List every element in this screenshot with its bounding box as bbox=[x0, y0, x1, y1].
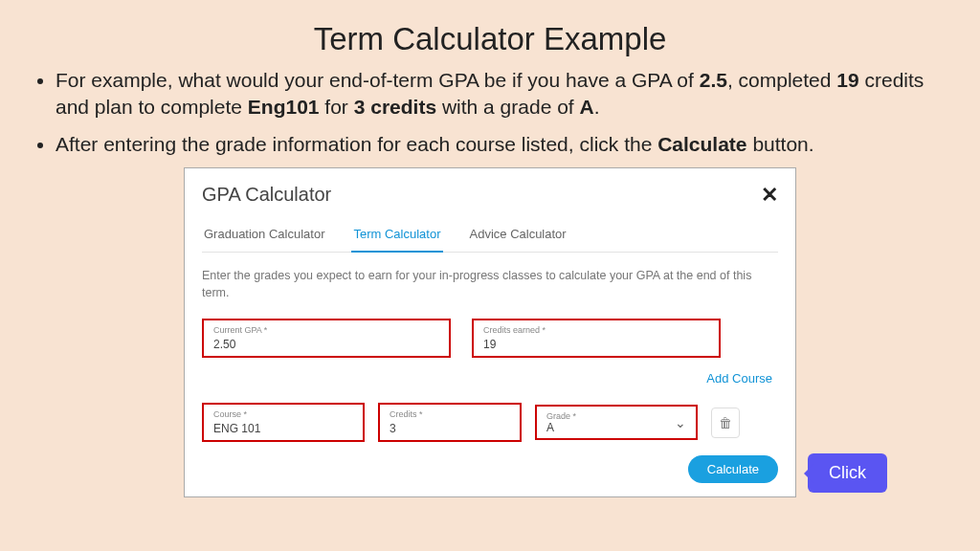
gpa-value: 2.5 bbox=[700, 69, 727, 91]
credits-earned-input[interactable] bbox=[483, 338, 709, 351]
credits-value: 19 bbox=[836, 69, 858, 91]
tab-advice-calculator[interactable]: Advice Calculator bbox=[468, 219, 568, 252]
instructions-text: Enter the grades you expect to earn for … bbox=[202, 268, 778, 301]
add-course-link[interactable]: Add Course bbox=[202, 371, 772, 386]
credits-label: Credits * bbox=[390, 409, 510, 419]
grade-label: Grade * bbox=[546, 411, 675, 421]
text: for bbox=[320, 96, 354, 118]
grade-select-value: A bbox=[546, 421, 675, 434]
text: After entering the grade information for… bbox=[56, 133, 657, 155]
course-input[interactable] bbox=[213, 422, 353, 435]
bullet-list: For example, what would your end-of-term… bbox=[0, 57, 980, 158]
current-gpa-input[interactable] bbox=[213, 338, 439, 351]
gpa-calculator-panel: GPA Calculator ✕ Graduation Calculator T… bbox=[184, 167, 796, 497]
current-gpa-label: Current GPA * bbox=[213, 325, 439, 335]
trash-icon: 🗑 bbox=[719, 415, 732, 430]
slide-title: Term Calculator Example bbox=[0, 0, 980, 57]
calculate-button[interactable]: Calculate bbox=[688, 455, 778, 483]
text: with a grade of bbox=[436, 96, 579, 118]
text: For example, what would your end-of-term… bbox=[56, 69, 700, 91]
text: . bbox=[594, 96, 600, 118]
text: , completed bbox=[727, 69, 836, 91]
current-gpa-field[interactable]: Current GPA * bbox=[202, 319, 451, 358]
bullet-2: After entering the grade information for… bbox=[56, 131, 940, 158]
grade-field[interactable]: Grade * A ⌄ bbox=[535, 405, 698, 440]
calculate-word: Calculate bbox=[657, 133, 746, 155]
tab-bar: Graduation Calculator Term Calculator Ad… bbox=[202, 219, 778, 253]
delete-row-button[interactable]: 🗑 bbox=[711, 408, 740, 438]
bullet-1: For example, what would your end-of-term… bbox=[56, 67, 940, 121]
credits-input[interactable] bbox=[390, 422, 510, 435]
chevron-down-icon: ⌄ bbox=[675, 415, 686, 430]
close-icon[interactable]: ✕ bbox=[761, 185, 778, 206]
credits-earned-field[interactable]: Credits earned * bbox=[472, 319, 721, 358]
grade-value: A bbox=[580, 96, 594, 118]
text: button. bbox=[747, 133, 814, 155]
course-label: Course * bbox=[213, 409, 353, 419]
credits-earned-label: Credits earned * bbox=[483, 325, 709, 335]
tab-term-calculator[interactable]: Term Calculator bbox=[351, 219, 442, 253]
click-callout: Click bbox=[808, 453, 887, 493]
course-field[interactable]: Course * bbox=[202, 403, 365, 442]
course-value: Eng101 bbox=[248, 96, 320, 118]
panel-title: GPA Calculator bbox=[202, 184, 331, 206]
credits-field[interactable]: Credits * bbox=[378, 403, 522, 442]
tab-graduation-calculator[interactable]: Graduation Calculator bbox=[202, 219, 326, 252]
course-credits-value: 3 credits bbox=[354, 96, 436, 118]
